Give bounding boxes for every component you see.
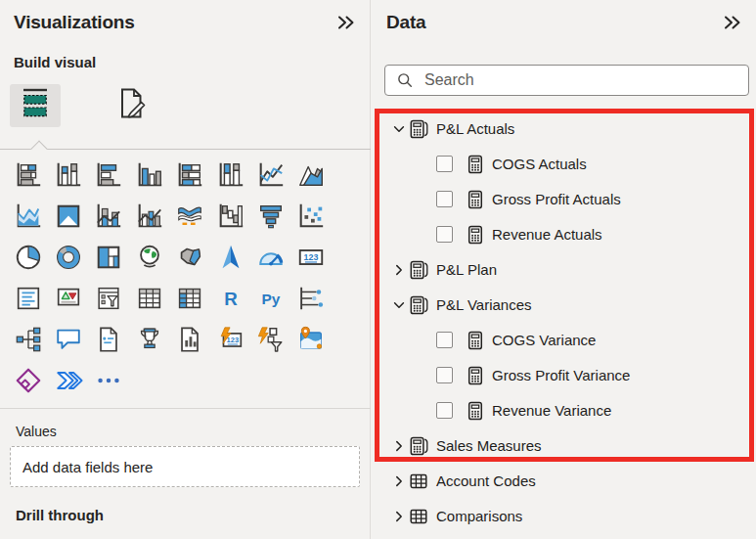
tab-divider — [0, 149, 371, 150]
viz-pie-chart-icon[interactable] — [8, 237, 48, 278]
chevron-right-icon[interactable] — [392, 439, 406, 457]
search-input[interactable] — [422, 70, 735, 90]
data-tree-item-p-l-plan[interactable]: P&L Plan — [371, 252, 756, 288]
viz-table-icon[interactable] — [129, 278, 169, 319]
data-tree-item-p-l-actuals[interactable]: P&L Actuals — [371, 112, 756, 147]
checkbox-gross-profit-actuals[interactable] — [436, 191, 453, 207]
tree-item-label: P&L Plan — [436, 252, 497, 288]
viz-smart-narrative-icon[interactable] — [89, 319, 129, 360]
chevron-down-icon[interactable] — [392, 122, 406, 140]
tree-item-label: Account Codes — [436, 464, 536, 499]
data-tree-item-cogs-variance[interactable]: COGS Variance — [371, 323, 756, 358]
data-tree-item-revenue-actuals[interactable]: Revenue Actuals — [371, 217, 756, 252]
viz-line-and-stacked-column-chart-icon[interactable] — [89, 196, 129, 237]
viz-slicer-icon[interactable] — [89, 278, 129, 319]
viz-donut-chart-icon[interactable] — [48, 237, 88, 278]
double-chevron-right-icon — [335, 12, 357, 37]
viz-line-and-clustered-column-chart-icon[interactable] — [129, 196, 169, 237]
viz-paginated-report-icon[interactable] — [170, 319, 210, 360]
viz-kpi-icon[interactable] — [48, 278, 88, 319]
data-tree-item-comparisons[interactable]: Comparisons — [371, 499, 756, 534]
viz-line-chart-icon[interactable] — [250, 155, 290, 196]
viz-stacked-column-chart-icon[interactable] — [48, 155, 88, 196]
viz-power-apps-icon[interactable] — [8, 360, 48, 401]
build-visual-label: Build visual — [14, 54, 96, 70]
checkbox-revenue-actuals[interactable] — [436, 226, 453, 243]
visualizations-pane: Visualizations Build visual — [0, 0, 371, 539]
svg-text:123: 123 — [304, 252, 319, 262]
viz-arcgis-map-icon[interactable] — [291, 319, 332, 360]
viz-100-stacked-area-chart-icon[interactable] — [48, 196, 88, 237]
viz-100-stacked-bar-chart-icon[interactable] — [170, 155, 210, 196]
measure-icon — [466, 366, 485, 389]
viz-metrics-icon[interactable] — [129, 319, 169, 360]
viz-azure-map-icon[interactable] — [210, 237, 250, 278]
viz-gauge-icon[interactable] — [250, 237, 290, 278]
svg-text:123: 123 — [226, 336, 239, 344]
chevron-right-icon[interactable] — [392, 263, 406, 281]
data-tree-item-p-l-variances[interactable]: P&L Variances — [371, 288, 756, 323]
table-icon — [409, 472, 428, 495]
data-tree-item-gross-profit-actuals[interactable]: Gross Profit Actuals — [371, 182, 756, 217]
viz-matrix-icon[interactable] — [170, 278, 210, 319]
tree-item-label: Gross Profit Variance — [492, 358, 630, 393]
collapse-visualizations-pane-button[interactable] — [334, 13, 358, 36]
viz-decomposition-tree-icon[interactable] — [8, 319, 48, 360]
data-search-box — [384, 65, 749, 96]
checkbox-revenue-variance[interactable] — [436, 402, 453, 419]
viz-power-automate-icon[interactable] — [48, 360, 88, 401]
collapse-data-pane-button[interactable] — [721, 13, 744, 36]
checkbox-cogs-actuals[interactable] — [436, 156, 453, 172]
build-visual-icon — [21, 86, 50, 125]
checkbox-cogs-variance[interactable] — [436, 332, 453, 348]
viz-stacked-bar-chart-icon[interactable] — [8, 155, 48, 196]
viz-key-influencers-icon[interactable] — [291, 278, 332, 319]
values-label: Values — [16, 424, 57, 439]
visualizations-pane-title: Visualizations — [14, 12, 135, 33]
tree-item-label: Gross Profit Actuals — [492, 182, 621, 217]
tree-item-label: Revenue Actuals — [492, 217, 602, 252]
data-tree-item-sales-measures[interactable]: Sales Measures — [371, 428, 756, 464]
measure-icon — [466, 225, 485, 248]
viz-card-icon[interactable]: 123 — [291, 237, 332, 278]
data-tree-item-revenue-variance[interactable]: Revenue Variance — [371, 393, 756, 428]
viz-ribbon-chart-icon[interactable] — [170, 196, 210, 237]
viz-scatter-chart-icon[interactable] — [291, 196, 332, 237]
data-tree-item-gross-profit-variance[interactable]: Gross Profit Variance — [371, 358, 756, 393]
viz-funnel-chart-icon[interactable] — [250, 196, 290, 237]
viz-treemap-icon[interactable] — [89, 237, 129, 278]
checkbox-gross-profit-variance[interactable] — [436, 367, 453, 383]
tree-item-label: COGS Actuals — [492, 147, 587, 182]
tab-format-visual[interactable] — [108, 84, 158, 127]
double-chevron-right-icon — [722, 12, 743, 37]
viz-clustered-bar-chart-icon[interactable] — [89, 155, 129, 196]
viz-clustered-column-chart-icon[interactable] — [129, 155, 169, 196]
chevron-right-icon[interactable] — [392, 510, 406, 527]
viz-stacked-area-chart-icon[interactable] — [8, 196, 48, 237]
viz-slicer-new-icon[interactable] — [250, 319, 290, 360]
data-tree-item-account-codes[interactable]: Account Codes — [371, 464, 756, 499]
viz-filled-map-icon[interactable] — [170, 237, 210, 278]
chevron-down-icon[interactable] — [392, 298, 406, 316]
viz-more-visuals-icon[interactable] — [89, 360, 129, 401]
chevron-right-icon[interactable] — [392, 474, 406, 492]
tree-item-label: COGS Variance — [492, 323, 596, 358]
svg-text:Py: Py — [262, 291, 281, 307]
viz-100-stacked-column-chart-icon[interactable] — [210, 155, 250, 196]
viz-r-script-visual-icon[interactable]: R — [210, 278, 250, 319]
visualization-gallery: 123RPy123 — [8, 155, 334, 401]
viz-waterfall-chart-icon[interactable] — [210, 196, 250, 237]
viz-map-icon[interactable] — [129, 237, 169, 278]
viz-card-new-icon[interactable]: 123 — [210, 319, 250, 360]
viz-python-visual-icon[interactable]: Py — [250, 278, 290, 319]
values-field-well[interactable]: Add data fields here — [10, 446, 360, 487]
viz-area-chart-icon[interactable] — [291, 155, 332, 196]
measure-group-icon — [409, 436, 428, 460]
viz-multi-row-card-icon[interactable] — [8, 278, 48, 319]
svg-text:R: R — [224, 289, 238, 309]
data-tree-item-cogs-actuals[interactable]: COGS Actuals — [371, 147, 756, 182]
tab-build-visual[interactable] — [10, 84, 61, 127]
viz-qna-icon[interactable] — [48, 319, 88, 360]
tree-item-label: P&L Variances — [436, 288, 532, 323]
search-icon — [396, 71, 414, 89]
